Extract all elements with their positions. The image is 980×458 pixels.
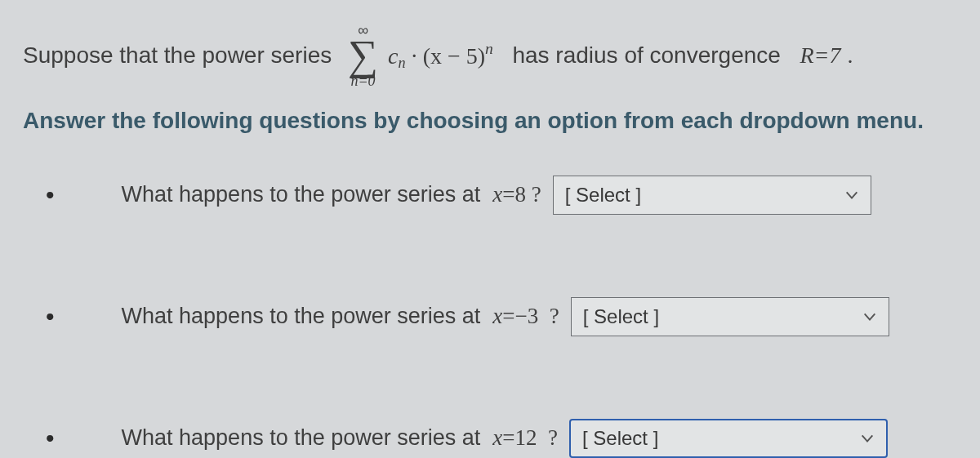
problem-statement: Suppose that the power series ∞ ∑ n=0 cn… [23, 23, 957, 88]
chevron-down-icon [844, 188, 859, 202]
question-item-2: What happens to the power series at x=−3… [46, 278, 957, 354]
question-text: What happens to the power series at x=8 … [73, 157, 541, 233]
radius-value: R=7 [800, 42, 840, 69]
instruction-text: Answer the following questions by choosi… [23, 108, 957, 134]
dropdown-label: [ Select ] [565, 184, 641, 207]
chevron-down-icon [862, 309, 877, 324]
dropdown-label: [ Select ] [583, 305, 659, 328]
dropdown-label: [ Select ] [582, 427, 658, 450]
answer-dropdown-3[interactable]: [ Select ] [569, 419, 888, 458]
question-list: What happens to the power series at x=8 … [46, 157, 957, 458]
series-term: cn · (x − 5)n [388, 39, 493, 73]
question-item-3: What happens to the power series at x=12… [46, 400, 957, 458]
sigma-lower-limit: n=0 [350, 73, 375, 88]
intro-period: . [847, 42, 853, 69]
sigma-symbol: ∑ [348, 38, 378, 73]
answer-dropdown-1[interactable]: [ Select ] [553, 176, 871, 215]
sigma-notation: ∞ ∑ n=0 [348, 23, 378, 88]
question-item-1: What happens to the power series at x=8 … [46, 157, 957, 233]
answer-dropdown-2[interactable]: [ Select ] [571, 297, 889, 336]
question-text: What happens to the power series at x=−3… [73, 278, 559, 354]
intro-mid: has radius of convergence [500, 42, 794, 69]
intro-prefix: Suppose that the power series [23, 42, 338, 69]
question-text: What happens to the power series at x=12… [73, 400, 558, 458]
chevron-down-icon [860, 431, 875, 446]
